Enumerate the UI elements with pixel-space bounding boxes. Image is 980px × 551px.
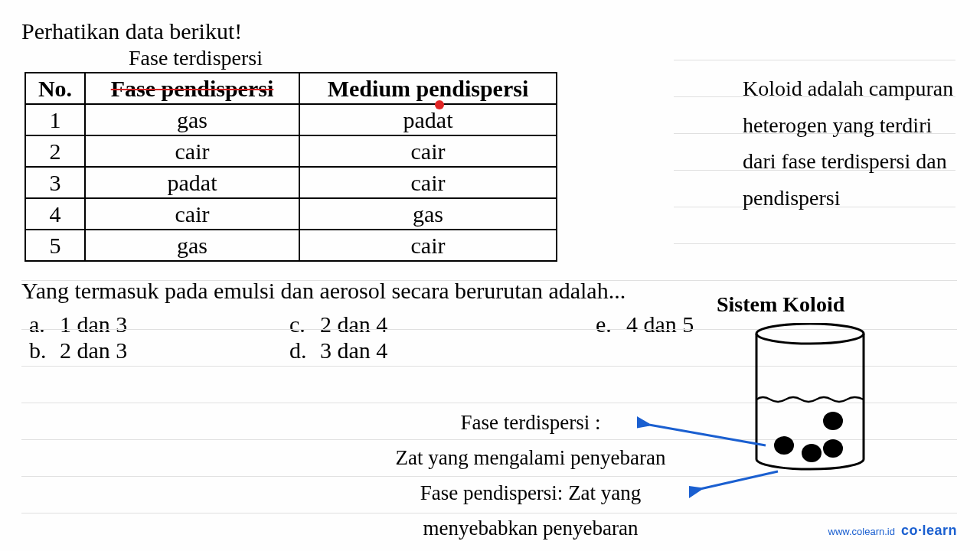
table-row: 1 gas padat [25, 104, 557, 135]
option-label: d. [289, 337, 309, 364]
table-row: 4 cair gas [25, 198, 557, 230]
option-b[interactable]: b. 2 dan 3 [29, 337, 289, 364]
phase-definitions: Fase terdispersi : Zat yang mengalami pe… [366, 406, 695, 546]
cell-fase: cair [85, 135, 299, 167]
table-row: 5 gas cair [25, 230, 557, 261]
cell-fase: cair [85, 198, 299, 230]
svg-point-0 [756, 324, 864, 344]
option-text: 4 dan 5 [626, 311, 694, 337]
option-e[interactable]: e. 4 dan 5 [596, 311, 694, 337]
option-text: 2 dan 3 [60, 337, 127, 364]
diagram-title: Sistem Koloid [717, 292, 844, 317]
cell-medium: gas [299, 198, 557, 230]
colloid-cylinder-icon [753, 323, 867, 473]
option-label: b. [29, 337, 49, 364]
arrow-pendispersi-icon [689, 467, 781, 505]
cell-no: 2 [25, 135, 85, 167]
cell-medium: cair [299, 230, 557, 261]
def-line: menyebabkan penyebaran [366, 511, 695, 546]
svg-line-8 [697, 471, 778, 490]
th-medium: Medium pendispersi [299, 73, 557, 104]
cell-no: 4 [25, 198, 85, 230]
option-label: a. [29, 311, 49, 337]
svg-point-4 [802, 444, 822, 462]
cell-medium: cair [299, 167, 557, 198]
option-a[interactable]: a. 1 dan 3 [29, 311, 289, 337]
koloid-definition: Koloid adalah campuran heterogen yang te… [743, 70, 957, 216]
pointer-dot-icon [435, 100, 444, 109]
watermark: www.colearn.id co·learn [828, 523, 958, 539]
brand-part: learn [922, 523, 957, 538]
page-title: Perhatikan data berikut! [21, 18, 959, 44]
option-d[interactable]: d. 3 dan 4 [289, 337, 596, 364]
option-label: c. [289, 311, 309, 337]
koloid-table: No. Fase pendispersi Medium pendispersi … [24, 72, 557, 262]
def-line: Fase terdispersi : [366, 406, 695, 441]
cell-no: 3 [25, 167, 85, 198]
option-text: 2 dan 4 [320, 311, 387, 337]
brand-part: co [901, 523, 918, 538]
cell-fase: padat [85, 167, 299, 198]
th-no: No. [25, 73, 85, 104]
table-row: 3 padat cair [25, 167, 557, 198]
cell-no: 5 [25, 230, 85, 261]
option-c[interactable]: c. 2 dan 4 [289, 311, 596, 337]
option-text: 1 dan 3 [60, 311, 127, 337]
def-line: Fase pendispersi: Zat yang [366, 476, 695, 511]
th-fase: Fase pendispersi [85, 73, 299, 104]
cell-fase: gas [85, 104, 299, 135]
watermark-url: www.colearn.id [828, 526, 895, 537]
def-line: Zat yang mengalami penyebaran [366, 441, 695, 476]
svg-point-5 [823, 439, 843, 458]
cell-medium: padat [299, 104, 557, 135]
cell-no: 1 [25, 104, 85, 135]
cell-medium: cair [299, 135, 557, 167]
cell-fase: gas [85, 230, 299, 261]
svg-point-6 [823, 412, 843, 430]
svg-point-3 [774, 436, 794, 455]
option-text: 3 dan 4 [320, 337, 387, 364]
table-subtitle: Fase terdispersi [129, 46, 959, 70]
table-row: 2 cair cair [25, 135, 557, 167]
option-label: e. [596, 311, 616, 337]
